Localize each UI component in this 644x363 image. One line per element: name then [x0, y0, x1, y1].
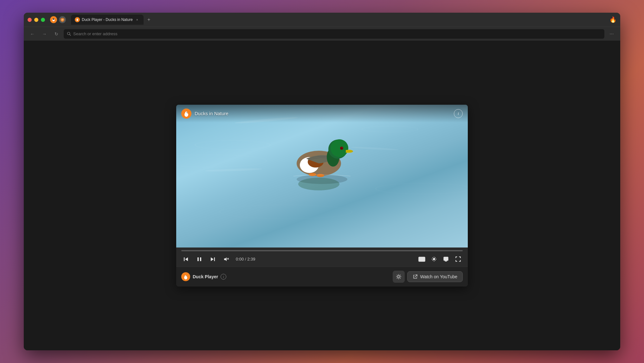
progress-bar[interactable] [181, 250, 463, 251]
svg-point-3 [54, 19, 54, 19]
skip-forward-button[interactable] [208, 254, 217, 264]
cc-button[interactable]: CC [417, 254, 427, 264]
svg-point-39 [185, 275, 187, 277]
video-title: Ducks in Nature [195, 111, 229, 116]
search-icon [67, 32, 71, 36]
svg-point-11 [185, 111, 188, 114]
title-bar: Duck Player - Ducks in Nature × + 🔥 [24, 13, 620, 27]
ddg-extension-icon[interactable] [50, 16, 57, 23]
tab-title: Duck Player - Ducks in Nature [82, 17, 133, 22]
duck-player-duck-icon [183, 274, 189, 280]
minimize-button[interactable] [34, 18, 38, 22]
svg-point-2 [53, 18, 55, 20]
active-tab[interactable]: Duck Player - Ducks in Nature × [71, 15, 144, 25]
mute-button[interactable] [221, 254, 231, 264]
svg-point-35 [433, 258, 435, 260]
browser-extension-icons [50, 16, 66, 23]
pause-button[interactable] [195, 254, 204, 264]
brave-shields-icon[interactable] [59, 16, 66, 23]
nav-bar: ← → ↻ ··· [24, 27, 620, 41]
video-title-row: Ducks in Nature [181, 109, 229, 119]
ddg-duck-logo [183, 110, 190, 117]
svg-rect-30 [214, 257, 215, 261]
svg-point-41 [186, 275, 187, 276]
svg-point-20 [331, 139, 348, 157]
svg-point-5 [77, 19, 78, 20]
video-info-button[interactable]: i [454, 109, 463, 118]
svg-rect-29 [200, 257, 201, 261]
airplay-button[interactable] [441, 254, 451, 264]
ripple-1 [195, 140, 271, 150]
svg-point-22 [341, 147, 343, 149]
tab-close-button[interactable]: × [135, 17, 140, 22]
svg-point-6 [78, 19, 78, 19]
reload-button[interactable]: ↻ [52, 29, 61, 39]
new-tab-button[interactable]: + [145, 16, 153, 24]
forward-button[interactable]: → [40, 29, 49, 39]
fullscreen-button[interactable] [453, 254, 463, 264]
ripple-5 [219, 205, 352, 219]
page-content: Ducks in Nature i [24, 41, 620, 350]
bottom-left: Duck Player i [181, 272, 226, 281]
browser-window: Duck Player - Ducks in Nature × + 🔥 ← → … [24, 13, 620, 350]
svg-point-26 [298, 178, 339, 190]
brave-flame-icon: 🔥 [609, 16, 616, 23]
time-display: 0:00 / 2:39 [236, 257, 255, 261]
tab-favicon [75, 17, 80, 22]
watch-youtube-label: Watch on YouTube [420, 274, 457, 279]
maximize-button[interactable] [41, 18, 45, 22]
bottom-right: Watch on YouTube [393, 271, 463, 283]
footer-settings-button[interactable] [393, 271, 405, 283]
svg-line-43 [415, 275, 417, 277]
svg-point-25 [317, 174, 324, 177]
address-input[interactable] [73, 31, 601, 36]
ripple-4 [375, 183, 468, 194]
close-button[interactable] [28, 18, 32, 22]
duck-player-container: Ducks in Nature i [176, 105, 468, 287]
skip-back-button[interactable] [181, 254, 191, 264]
svg-point-42 [398, 275, 400, 277]
video-header: Ducks in Nature i [176, 105, 468, 122]
external-link-icon [413, 274, 418, 279]
svg-text:CC: CC [420, 258, 423, 261]
back-button[interactable]: ← [28, 29, 37, 39]
svg-rect-28 [197, 257, 199, 261]
settings-button[interactable] [429, 254, 439, 264]
ddg-logo-badge [181, 109, 191, 119]
svg-point-24 [309, 173, 316, 176]
duck-player-logo [181, 272, 190, 281]
svg-point-13 [187, 112, 187, 112]
traffic-lights [28, 18, 45, 22]
address-bar[interactable] [64, 29, 604, 39]
duck-figure [271, 129, 373, 193]
video-controls: 0:00 / 2:39 CC [176, 248, 468, 267]
browser-menu-button[interactable]: ··· [607, 29, 616, 39]
footer-info-button[interactable]: i [221, 274, 226, 280]
video-area: Ducks in Nature i [176, 105, 468, 267]
svg-rect-27 [184, 257, 185, 261]
svg-point-23 [342, 148, 342, 148]
duck-player-name: Duck Player [193, 274, 218, 279]
controls-row: 0:00 / 2:39 CC [181, 254, 463, 264]
controls-right: CC [417, 254, 463, 264]
svg-line-8 [70, 34, 71, 36]
bottom-bar: Duck Player i [176, 267, 468, 287]
tab-bar: Duck Player - Ducks in Nature × + [71, 15, 607, 25]
watch-on-youtube-button[interactable]: Watch on YouTube [407, 271, 463, 282]
video-canvas[interactable] [176, 105, 468, 248]
